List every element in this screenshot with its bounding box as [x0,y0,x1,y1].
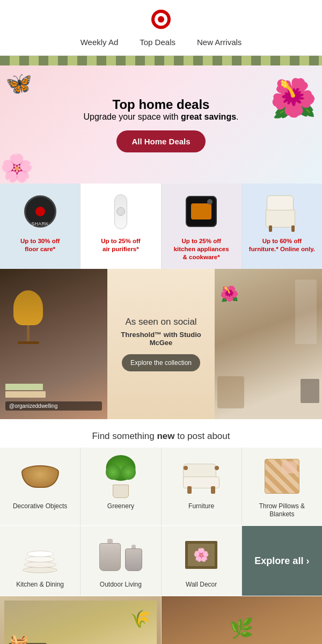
hero-section: 🦋 🌸 🌺 Top home deals Upgrade your space … [0,65,322,184]
cat-throw-pillows[interactable]: Throw Pillows & Blankets [242,448,322,525]
flower-left-icon: 🌸 [0,152,33,184]
wall-decor-label: Wall Decor [186,581,217,589]
hero-title: Top home deals [113,97,210,112]
air-purifier-label: Up to 25% offair purifiers* [101,237,140,253]
svg-point-2 [158,16,164,23]
cat-outdoor-living[interactable]: Outdoor Living [80,526,160,596]
logo-container [0,5,322,33]
lamp-illustration [13,290,43,344]
social-right-panel: 🌺 [215,269,322,419]
social-subtitle: Threshold™ with Studio McGee [115,331,207,347]
social-title: As seen on social [125,316,196,328]
all-home-deals-button[interactable]: All Home Deals [116,130,205,152]
kitchen-image [166,190,237,233]
decorative-objects-label: Decorative Objects [13,502,67,511]
find-new-heading: Find something new to post about [0,419,322,447]
category-grid-row2: Kitchen & Dining Outdoor Living 🌸 Wall D… [0,526,322,596]
deal-floor-care[interactable]: SHARK Up to 30% offfloor care* [0,184,80,269]
nav-weekly-ad[interactable]: Weekly Ad [80,38,119,47]
header: Weekly Ad Top Deals New Arrivals [0,0,322,56]
floor-care-image: SHARK [4,190,76,233]
throw-pillows-label: Throw Pillows & Blankets [246,502,318,519]
outdoor-living-label: Outdoor Living [100,581,142,589]
deal-furniture[interactable]: Up to 60% offfurniture.* Online only. [242,184,322,269]
bottom-cell-right[interactable]: 🌿 [162,596,323,644]
nav-top-deals[interactable]: Top Deals [140,38,175,47]
hero-subtitle: Upgrade your space with great savings. [83,112,238,122]
deal-air-purifiers[interactable]: Up to 25% offair purifiers* [80,184,160,269]
kitchen-label: Up to 25% offkitchen appliances& cookwar… [174,237,229,261]
greenery-image [85,455,156,498]
kitchen-dining-label: Kitchen & Dining [16,581,64,589]
target-logo-icon [151,10,171,29]
furniture-cat-image [166,455,237,498]
explore-all-label: Explore all › [254,555,309,567]
social-left-bg: @organizeddwelling [0,269,107,419]
floor-care-label: Up to 30% offfloor care* [20,237,60,253]
nav-new-arrivals[interactable]: New Arrivals [197,38,241,47]
cat-explore-all[interactable]: Explore all › [242,526,322,596]
explore-collection-button[interactable]: Explore the collection [122,354,200,371]
cat-kitchen-dining[interactable]: Kitchen & Dining [0,526,80,596]
social-tag: @organizeddwelling [5,401,102,411]
kitchen-dining-image [4,533,76,576]
cat-wall-decor[interactable]: 🌸 Wall Decor [162,526,241,596]
bottom-row: 🌾 🧺 @sarahtrach 🌿 [0,596,322,644]
cat-furniture[interactable]: Furniture [162,448,241,525]
deal-kitchen[interactable]: Up to 25% offkitchen appliances& cookwar… [162,184,241,269]
wall-decor-image: 🌸 [166,533,237,576]
social-section: @organizeddwelling As seen on social Thr… [0,269,322,419]
main-nav: Weekly Ad Top Deals New Arrivals [0,33,322,51]
flower-right-icon: 🌺 [270,76,317,120]
air-purifier-image [85,190,156,233]
butterfly-icon: 🦋 [5,71,32,96]
cat-greenery[interactable]: Greenery [80,448,160,525]
social-left-panel: @organizeddwelling [0,269,107,419]
books-stack [5,384,46,398]
social-center-panel: As seen on social Threshold™ with Studio… [107,269,215,419]
stripe-banner [0,56,322,65]
furniture-image [246,190,318,233]
cat-decorative-objects[interactable]: Decorative Objects [0,448,80,525]
throw-pillows-image [246,455,318,498]
furniture-cat-label: Furniture [188,502,214,511]
decorative-objects-image [4,455,76,498]
greenery-label: Greenery [107,502,134,511]
outdoor-living-image [85,533,156,576]
deals-grid: SHARK Up to 30% offfloor care* Up to 25%… [0,184,322,269]
social-right-bg: 🌺 [215,269,322,419]
category-grid: Decorative Objects Greenery Furnitur [0,448,322,525]
furniture-label: Up to 60% offfurniture.* Online only. [249,237,315,253]
bottom-cell-left[interactable]: 🌾 🧺 @sarahtrach [0,596,161,644]
